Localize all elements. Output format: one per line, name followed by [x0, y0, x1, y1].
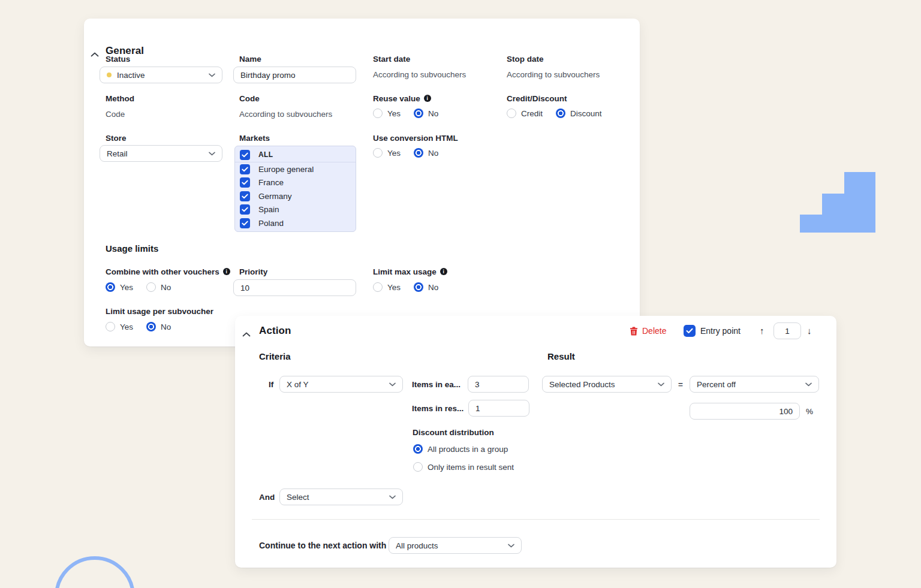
- market-option[interactable]: Europe general: [235, 162, 356, 176]
- status-label: Status: [106, 55, 130, 64]
- condition-value: X of Y: [287, 380, 309, 389]
- percent-unit: %: [806, 407, 813, 416]
- info-icon[interactable]: i: [223, 268, 230, 275]
- limit-usage-per-subvoucher-label: Limit usage per subvoucher: [106, 307, 213, 316]
- result-value-input[interactable]: [690, 403, 800, 420]
- store-select[interactable]: Retail: [100, 145, 222, 162]
- market-option[interactable]: Poland: [235, 216, 356, 230]
- result-type-value: Percent off: [697, 380, 736, 389]
- limit-usage-per-subvoucher-radio-group: Yes No: [106, 322, 171, 331]
- continue-select[interactable]: All products: [389, 537, 522, 554]
- delete-button[interactable]: Delete: [630, 326, 666, 336]
- distribution-only-items-radio[interactable]: Only items in result sent: [413, 462, 514, 472]
- discount-distribution-label: Discount distribution: [413, 428, 494, 437]
- info-icon[interactable]: i: [424, 95, 431, 102]
- market-option[interactable]: France: [235, 176, 356, 190]
- status-select[interactable]: Inactive: [100, 67, 222, 83]
- radio-icon: [413, 462, 423, 472]
- result-title: Result: [547, 351, 575, 361]
- radio-icon: [106, 322, 115, 331]
- priority-label: Priority: [239, 267, 267, 276]
- code-value: According to subvouchers: [239, 110, 332, 119]
- limit-max-usage-radio-group: Yes No: [373, 282, 438, 292]
- continue-value: All products: [396, 541, 438, 550]
- usage-limits-title: Usage limits: [106, 243, 158, 254]
- discount-radio[interactable]: Discount: [556, 108, 602, 118]
- result-type-select[interactable]: Percent off: [690, 376, 819, 393]
- stop-date-value: According to subvouchers: [507, 70, 600, 79]
- priority-input[interactable]: [233, 279, 356, 296]
- market-option[interactable]: Spain: [235, 203, 356, 217]
- code-label: Code: [239, 94, 260, 103]
- distribution-all-products-radio[interactable]: All products in a group: [413, 444, 508, 454]
- action-title: Action: [259, 325, 291, 337]
- checkbox-checked-icon: [240, 218, 250, 228]
- action-order-input[interactable]: [773, 322, 801, 339]
- items-in-each-input[interactable]: [468, 376, 529, 393]
- combine-vouchers-radio-group: Yes No: [106, 282, 171, 292]
- chevron-down-icon: [209, 152, 215, 156]
- status-value: Inactive: [117, 71, 145, 80]
- name-input[interactable]: [233, 67, 356, 83]
- staircase-decoration: [800, 172, 875, 233]
- entry-point-checkbox[interactable]: Entry point: [684, 325, 741, 337]
- move-down-icon[interactable]: ↓: [807, 326, 812, 335]
- checkbox-checked-icon: [240, 177, 250, 188]
- section-divider: [252, 519, 820, 520]
- store-value: Retail: [107, 149, 128, 158]
- use-conversion-html-label: Use conversion HTML: [373, 134, 458, 143]
- reuse-value-yes-radio[interactable]: Yes: [373, 108, 401, 118]
- store-label: Store: [106, 134, 127, 143]
- radio-icon: [414, 148, 423, 158]
- condition-select[interactable]: X of Y: [279, 376, 403, 393]
- items-in-result-label: Items in res...: [412, 404, 463, 413]
- credit-discount-radio-group: Credit Discount: [507, 108, 602, 118]
- criteria-title: Criteria: [259, 351, 291, 361]
- radio-icon: [414, 108, 423, 118]
- limit-max-yes-radio[interactable]: Yes: [373, 282, 401, 292]
- stop-date-label: Stop date: [507, 55, 544, 64]
- chevron-down-icon: [508, 544, 514, 548]
- entry-point-label: Entry point: [700, 326, 741, 336]
- result-target-select[interactable]: Selected Products: [542, 376, 672, 393]
- reuse-value-radio-group: Yes No: [373, 108, 438, 118]
- radio-icon: [146, 322, 156, 331]
- limit-usage-yes-radio[interactable]: Yes: [106, 322, 133, 331]
- markets-listbox: ALL Europe general France Germany Spain …: [234, 146, 356, 232]
- checkbox-checked-icon: [240, 191, 250, 201]
- move-up-icon[interactable]: ↑: [760, 326, 765, 335]
- radio-icon: [373, 148, 383, 158]
- use-conversion-no-radio[interactable]: No: [414, 148, 438, 158]
- if-label: If: [269, 380, 273, 389]
- credit-radio[interactable]: Credit: [507, 108, 543, 118]
- collapse-general-icon[interactable]: [91, 49, 99, 59]
- combine-yes-radio[interactable]: Yes: [106, 282, 133, 292]
- info-icon[interactable]: i: [440, 268, 447, 275]
- chevron-down-icon: [389, 382, 396, 387]
- limit-max-no-radio[interactable]: No: [414, 282, 438, 292]
- action-panel: Action Delete Entry point ↑ ↓ Criteria R…: [235, 316, 836, 568]
- trash-icon: [630, 327, 638, 336]
- method-label: Method: [106, 94, 134, 103]
- start-date-value: According to subvouchers: [373, 70, 466, 79]
- use-conversion-yes-radio[interactable]: Yes: [373, 148, 401, 158]
- delete-label: Delete: [642, 326, 666, 336]
- market-option-all[interactable]: ALL: [235, 147, 356, 162]
- circle-decoration: [55, 556, 135, 588]
- and-select[interactable]: Select: [279, 489, 403, 505]
- markets-label: Markets: [239, 134, 270, 143]
- radio-icon: [106, 282, 115, 292]
- radio-icon: [146, 282, 156, 292]
- method-value: Code: [106, 110, 125, 119]
- limit-usage-no-radio[interactable]: No: [146, 322, 171, 331]
- credit-discount-label: Credit/Discount: [507, 94, 567, 103]
- reuse-value-no-radio[interactable]: No: [414, 108, 438, 118]
- reuse-value-label: Reuse valuei: [373, 94, 431, 103]
- items-in-result-input[interactable]: [468, 400, 529, 417]
- collapse-action-icon[interactable]: [242, 328, 251, 339]
- market-option[interactable]: Germany: [235, 189, 356, 203]
- combine-no-radio[interactable]: No: [146, 282, 171, 292]
- chevron-down-icon: [209, 73, 215, 77]
- radio-icon: [507, 108, 516, 118]
- combine-vouchers-label: Combine with other vouchersi: [106, 267, 230, 276]
